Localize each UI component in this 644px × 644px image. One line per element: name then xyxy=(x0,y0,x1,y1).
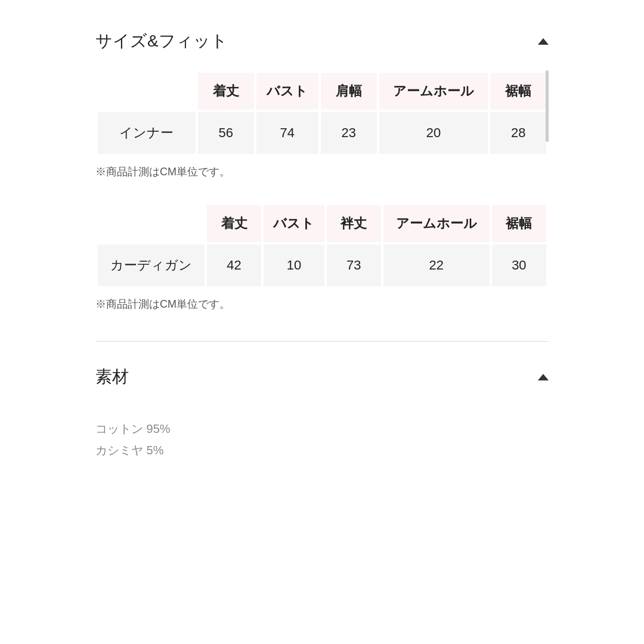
material-title: 素材 xyxy=(95,366,129,388)
size-fit-title: サイズ&フィット xyxy=(95,30,228,52)
cardigan-sleeve-val: 73 xyxy=(327,244,381,286)
inner-col-length: 着丈 xyxy=(198,73,254,110)
inner-shoulder-val: 23 xyxy=(321,112,377,154)
cardigan-table-header-row: 着丈 バスト 袢丈 アームホール 裾幅 xyxy=(98,205,546,242)
cardigan-col-sleeve: 袢丈 xyxy=(327,205,381,242)
inner-col-bust: バスト xyxy=(256,73,318,110)
inner-col-hem: 裾幅 xyxy=(490,73,546,110)
cardigan-row-label: カーディガン xyxy=(98,244,205,286)
inner-col-label xyxy=(98,73,196,110)
cardigan-bust-val: 10 xyxy=(264,244,324,286)
inner-size-table: 着丈 バスト 肩幅 アームホール 裾幅 インナー 56 74 23 xyxy=(95,70,549,156)
inner-size-section: 着丈 バスト 肩幅 アームホール 裾幅 インナー 56 74 23 xyxy=(95,70,549,179)
material-item-cashmere: カシミヤ 5% xyxy=(95,439,549,461)
cardigan-col-bust: バスト xyxy=(264,205,324,242)
cardigan-size-section: 着丈 バスト 袢丈 アームホール 裾幅 カーディガン 42 10 73 xyxy=(95,203,549,311)
cardigan-table-wrapper: 着丈 バスト 袢丈 アームホール 裾幅 カーディガン 42 10 73 xyxy=(95,203,549,289)
cardigan-hem-val: 30 xyxy=(492,244,546,286)
cardigan-col-armhole: アームホール xyxy=(383,205,490,242)
inner-table-row: インナー 56 74 23 20 28 xyxy=(98,112,546,154)
inner-col-armhole: アームホール xyxy=(379,73,488,110)
section-divider xyxy=(95,341,549,342)
inner-hem-val: 28 xyxy=(490,112,546,154)
cardigan-armhole-val: 22 xyxy=(383,244,490,286)
material-header[interactable]: 素材 xyxy=(95,360,549,394)
material-collapse-icon[interactable] xyxy=(538,374,549,380)
cardigan-size-table: 着丈 バスト 袢丈 アームホール 裾幅 カーディガン 42 10 73 xyxy=(95,203,549,289)
cardigan-table-scroll[interactable]: 着丈 バスト 袢丈 アームホール 裾幅 カーディガン 42 10 73 xyxy=(95,203,549,289)
inner-row-label: インナー xyxy=(98,112,196,154)
material-item-cotton: コットン 95% xyxy=(95,418,549,439)
size-fit-collapse-icon[interactable] xyxy=(538,38,549,45)
cardigan-col-label xyxy=(98,205,205,242)
cardigan-note: ※商品計測はCM単位です。 xyxy=(95,297,549,311)
cardigan-table-row: カーディガン 42 10 73 22 30 xyxy=(98,244,546,286)
cardigan-col-length: 着丈 xyxy=(207,205,261,242)
inner-armhole-val: 20 xyxy=(379,112,488,154)
inner-table-scroll[interactable]: 着丈 バスト 肩幅 アームホール 裾幅 インナー 56 74 23 xyxy=(95,70,549,156)
inner-bust-val: 74 xyxy=(256,112,318,154)
inner-col-shoulder: 肩幅 xyxy=(321,73,377,110)
inner-length-val: 56 xyxy=(198,112,254,154)
scrollbar-1[interactable] xyxy=(546,70,549,142)
material-content: コットン 95% カシミヤ 5% xyxy=(95,418,549,461)
inner-table-wrapper: 着丈 バスト 肩幅 アームホール 裾幅 インナー 56 74 23 xyxy=(95,70,549,156)
cardigan-col-hem: 裾幅 xyxy=(492,205,546,242)
inner-table-header-row: 着丈 バスト 肩幅 アームホール 裾幅 xyxy=(98,73,546,110)
cardigan-length-val: 42 xyxy=(207,244,261,286)
size-fit-header[interactable]: サイズ&フィット xyxy=(95,24,549,58)
inner-note: ※商品計測はCM単位です。 xyxy=(95,165,549,179)
